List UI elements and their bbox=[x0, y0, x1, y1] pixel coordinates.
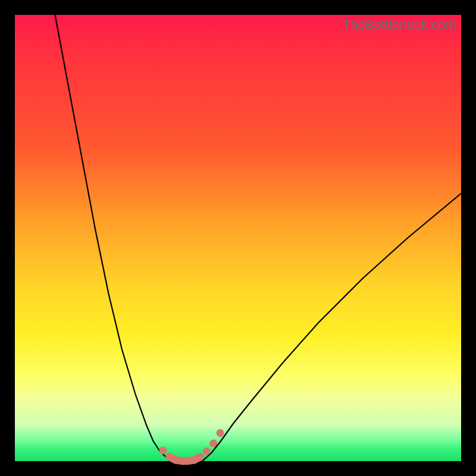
bottleneck-curve bbox=[55, 15, 462, 461]
marker-dot bbox=[203, 447, 211, 455]
curve-svg bbox=[15, 15, 461, 461]
plot-area: TheBottleneck.com bbox=[15, 15, 461, 461]
valley-marker-dots bbox=[159, 429, 224, 465]
marker-dot bbox=[217, 429, 224, 437]
watermark-text: TheBottleneck.com bbox=[342, 17, 456, 33]
chart-frame: TheBottleneck.com bbox=[0, 0, 476, 476]
marker-dot bbox=[196, 453, 204, 461]
marker-dot bbox=[159, 447, 167, 455]
marker-dot bbox=[209, 440, 217, 447]
